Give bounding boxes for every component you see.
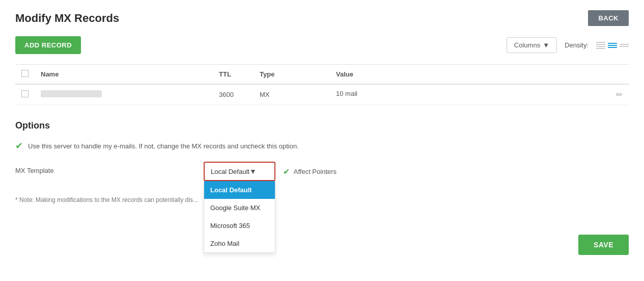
affect-pointers-label: Affect Pointers: [294, 168, 337, 175]
toolbar: ADD RECORD Columns ▼ Density:: [15, 36, 629, 54]
options-title: Options: [15, 120, 629, 131]
density-label: Density:: [565, 41, 589, 49]
records-table: Name TTL Type Value 3600 MX 10 mail ✏: [15, 65, 629, 105]
value-col-header: Value: [330, 65, 629, 84]
use-server-text: Use this server to handle my e-mails. If…: [28, 142, 299, 150]
columns-arrow-icon: ▼: [543, 41, 549, 49]
affect-pointers-check-icon[interactable]: ✔: [283, 167, 290, 176]
dropdown-menu: Local Default Google Suite MX Microsoft …: [204, 181, 275, 253]
ttl-col-header: TTL: [213, 65, 254, 84]
columns-button[interactable]: Columns ▼: [507, 37, 557, 53]
header: Modify MX Records BACK: [15, 10, 629, 26]
select-all-header[interactable]: [15, 65, 35, 84]
dropdown-item-0[interactable]: Local Default: [204, 181, 275, 199]
save-area: SAVE: [578, 235, 629, 255]
options-section: Options ✔ Use this server to handle my e…: [15, 120, 629, 203]
row-ttl: 3600: [213, 84, 254, 105]
table-header-row: Name TTL Type Value: [15, 65, 629, 84]
dropdown-item-2[interactable]: Microsoft 365: [204, 217, 275, 235]
row-type: MX: [254, 84, 330, 105]
use-server-option: ✔ Use this server to handle my e-mails. …: [15, 140, 629, 151]
save-button[interactable]: SAVE: [578, 235, 629, 255]
right-controls: Local Default ▼ Local Default Google Sui…: [204, 162, 337, 181]
columns-label: Columns: [514, 41, 540, 49]
density-comfortable-icon[interactable]: [620, 41, 629, 50]
toolbar-right: Columns ▼ Density:: [507, 37, 629, 53]
add-record-button[interactable]: ADD RECORD: [15, 36, 81, 54]
density-icons: [596, 41, 629, 50]
page-title: Modify MX Records: [15, 12, 119, 25]
mx-template-label: MX Template: [15, 162, 204, 174]
back-button[interactable]: BACK: [588, 10, 629, 26]
mx-template-dropdown-wrap: Local Default ▼ Local Default Google Sui…: [204, 162, 275, 181]
dropdown-item-3[interactable]: Zoho Mail: [204, 235, 275, 252]
page-container: Modify MX Records BACK ADD RECORD Column…: [0, 0, 644, 281]
mx-template-row: MX Template Local Default ▼ Local Defaul…: [15, 162, 629, 181]
dropdown-arrow-icon: ▼: [249, 167, 257, 175]
name-col-header: Name: [35, 65, 213, 84]
dropdown-selected-value: Local Default: [211, 168, 249, 175]
records-table-wrap: Name TTL Type Value 3600 MX 10 mail ✏: [15, 64, 629, 105]
table-row: 3600 MX 10 mail ✏: [15, 84, 629, 105]
dropdown-item-1[interactable]: Google Suite MX: [204, 199, 275, 217]
note-text: * Note: Making modifications to the MX r…: [15, 196, 629, 203]
edit-icon[interactable]: ✏: [616, 90, 623, 99]
type-col-header: Type: [254, 65, 330, 84]
row-name: [35, 84, 213, 105]
density-medium-icon[interactable]: [608, 41, 617, 50]
mx-template-dropdown[interactable]: Local Default ▼: [204, 162, 275, 181]
row-value: 10 mail ✏: [330, 84, 629, 105]
use-server-check-icon[interactable]: ✔: [15, 140, 23, 151]
density-compact-icon[interactable]: [596, 41, 605, 50]
affect-pointers-section: ✔ Affect Pointers: [275, 162, 337, 176]
row-checkbox[interactable]: [15, 84, 35, 105]
